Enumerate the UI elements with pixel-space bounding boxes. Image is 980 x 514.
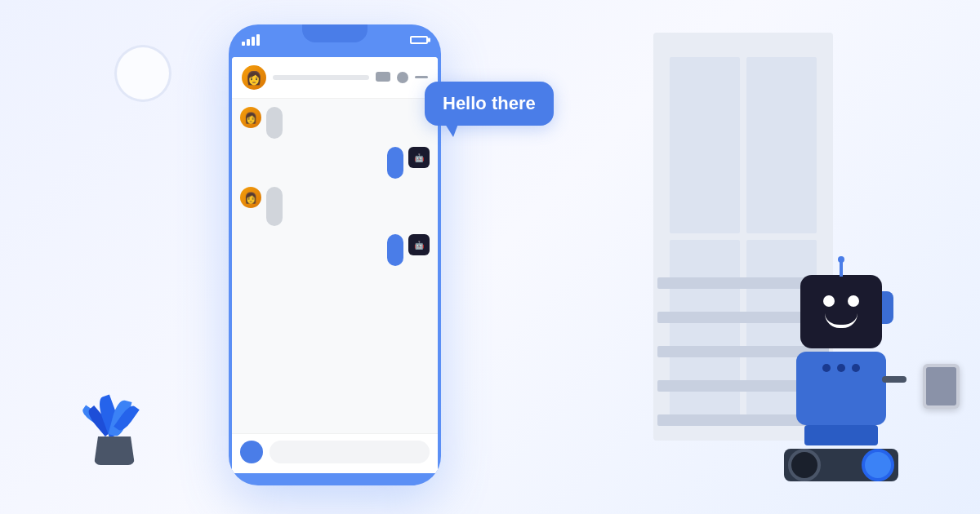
robot-ear: [882, 291, 893, 324]
contact-avatar: 👩: [242, 65, 266, 90]
circle-decoration: [114, 45, 172, 102]
received-message: [266, 187, 283, 226]
robot-antenna: [840, 260, 843, 277]
chest-light: [837, 364, 845, 372]
speech-bubble-text: Hello there: [443, 93, 536, 113]
call-icon[interactable]: [397, 72, 408, 83]
robot-eyes: [823, 295, 859, 307]
bot-avatar: 🤖: [408, 147, 430, 168]
message-row: 🤖: [240, 147, 430, 179]
header-action-icons: [376, 72, 428, 83]
user-avatar: 👩: [240, 107, 261, 128]
robot-smile: [825, 313, 858, 328]
sent-message: [387, 234, 403, 266]
robot-arm-connector: [882, 376, 906, 383]
plant-decoration: [82, 371, 147, 465]
signal-bar: [252, 37, 255, 46]
robot-wheel-left: [788, 449, 821, 481]
phone-notch: [302, 24, 368, 42]
sent-message: [387, 147, 403, 179]
robot-illustration: [751, 275, 931, 481]
phone-screen: 👩 👩: [232, 57, 438, 473]
chest-light: [852, 364, 860, 372]
plant-pot: [94, 436, 135, 465]
window-pane: [670, 57, 740, 233]
robot-wheel-base: [784, 449, 898, 481]
robot-face: [823, 295, 859, 328]
battery-icon: [410, 36, 428, 44]
received-message: [266, 107, 283, 139]
chat-messages-area: 👩 🤖: [232, 99, 438, 433]
bot-avatar: 🤖: [408, 234, 430, 255]
chest-light: [822, 364, 831, 372]
chat-header: 👩: [232, 57, 438, 99]
window-pane: [746, 57, 817, 233]
plant-leaves: [82, 371, 147, 436]
chat-input-area: [232, 433, 438, 470]
tablet-screen: [926, 367, 956, 405]
contact-name-bar: [273, 75, 369, 80]
message-row: 🤖: [240, 234, 430, 266]
robot-wheel-right: [862, 449, 894, 481]
robot-head: [800, 275, 882, 348]
robot-hand-tablet: [923, 364, 960, 409]
main-scene: 👩 👩: [0, 0, 980, 514]
message-row: 👩: [240, 107, 430, 139]
send-button[interactable]: [240, 441, 263, 463]
signal-bars: [242, 34, 260, 46]
signal-bar: [242, 42, 245, 46]
robot-body: [796, 352, 886, 425]
signal-bar: [256, 34, 260, 46]
robot-chest-lights: [822, 364, 860, 372]
robot-eye-right: [848, 295, 859, 307]
message-input[interactable]: [270, 441, 430, 463]
robot-eye-left: [823, 295, 835, 307]
message-row: 👩: [240, 187, 430, 226]
phone-mockup: 👩 👩: [229, 24, 441, 485]
video-icon[interactable]: [376, 72, 390, 82]
avatar-emoji: 👩: [246, 70, 262, 86]
speech-bubble: Hello there: [425, 82, 554, 126]
signal-bar: [247, 39, 250, 46]
menu-icon[interactable]: [415, 76, 428, 78]
user-avatar: 👩: [240, 187, 261, 208]
robot-waist: [804, 425, 878, 445]
